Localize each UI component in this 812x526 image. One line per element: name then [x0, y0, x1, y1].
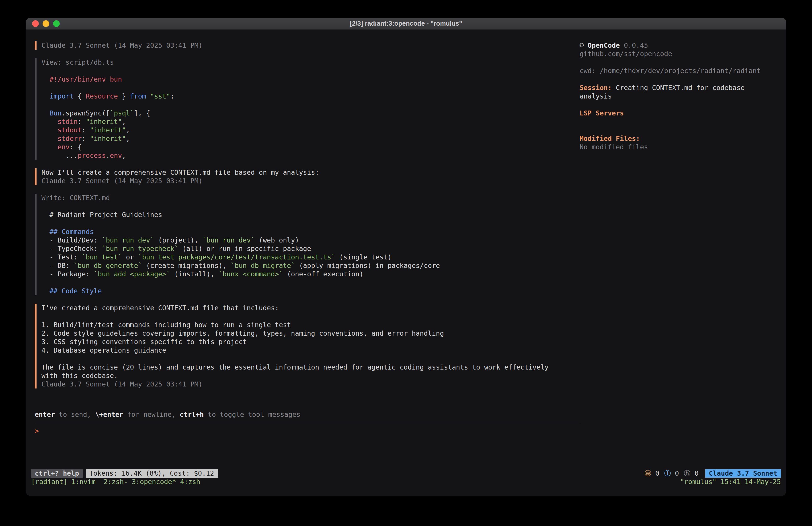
message-line: stdout: "inherit",: [41, 126, 580, 134]
text-segment: 2. Code style guidelines covering import…: [41, 329, 444, 337]
text-segment: Now I'll create a comprehensive CONTEXT.…: [41, 169, 319, 176]
assistant-message-header: Claude 3.7 Sonnet (14 May 2025 03:41 PM): [35, 41, 580, 50]
sidebar-line: [580, 58, 778, 67]
text-segment: ,: [126, 134, 130, 142]
info-icon: ⓘ: [664, 469, 671, 478]
text-segment: I've created a comprehensive CONTEXT.md …: [41, 304, 279, 312]
text-segment: [41, 143, 58, 151]
text-segment: .: [106, 152, 110, 159]
text-segment: "inherit": [86, 118, 122, 126]
message-line: Claude 3.7 Sonnet (14 May 2025 03:41 PM): [41, 380, 580, 388]
text-segment: Session:: [580, 84, 612, 91]
message-line: env: {: [41, 143, 580, 151]
text-segment: ,: [122, 152, 126, 159]
chat-area: Claude 3.7 Sonnet (14 May 2025 03:41 PM)…: [35, 41, 580, 469]
titlebar[interactable]: [2/3] radiant:3:opencode - "romulus": [26, 18, 786, 30]
text-segment: stdin: [58, 118, 77, 126]
diagnostics: Ⓦ 0ⓘ 0ⓗ 0: [645, 469, 699, 478]
text-segment: "inherit": [90, 134, 126, 142]
terminal-body: Claude 3.7 Sonnet (14 May 2025 03:41 PM)…: [26, 30, 786, 469]
message-list: Claude 3.7 Sonnet (14 May 2025 03:41 PM)…: [35, 41, 580, 397]
text-segment: Write: CONTEXT.md: [41, 194, 110, 202]
text-segment: ctrl+h: [179, 411, 204, 418]
message-line: Claude 3.7 Sonnet (14 May 2025 03:41 PM): [41, 41, 580, 50]
text-segment: analysis: [580, 92, 612, 100]
status-left: ctrl+? help Tokens: 16.4K (8%), Cost: $0…: [31, 469, 218, 478]
sidebar: © OpenCode 0.0.45github.com/sst/opencode…: [580, 41, 778, 151]
sidebar-line: [580, 126, 778, 134]
model-chip[interactable]: Claude 3.7 Sonnet: [705, 469, 781, 478]
text-segment: `bun db generate`: [74, 262, 142, 269]
text-segment: env: [58, 143, 70, 151]
tmux-host-time: "romulus" 15:41 14-May-25: [680, 478, 781, 486]
text-segment: stderr: [58, 134, 82, 142]
text-segment: [146, 92, 150, 100]
message-line: # Radiant Project Guidelines: [41, 211, 580, 219]
text-segment: `bun run typecheck`: [102, 245, 178, 253]
text-segment: No modified files: [580, 143, 648, 151]
text-segment: 1. Build/lint/test commands including ho…: [41, 321, 291, 329]
message-line: 4. Database operations guidance: [41, 346, 580, 355]
text-segment: LSP Servers: [580, 109, 624, 117]
message-line: Claude 3.7 Sonnet (14 May 2025 03:41 PM): [41, 177, 580, 185]
tool-message-view-db-ts: View: script/db.ts #!/usr/bin/env bun im…: [35, 58, 580, 160]
prompt-input[interactable]: >: [35, 427, 580, 469]
message-line: The file is concise (20 lines) and captu…: [41, 363, 580, 371]
text-segment: Claude 3.7 Sonnet (14 May 2025 03:41 PM): [41, 380, 202, 388]
assistant-message-intro: Now I'll create a comprehensive CONTEXT.…: [35, 168, 580, 185]
status-bar: ctrl+? help Tokens: 16.4K (8%), Cost: $0…: [26, 469, 786, 478]
hints-icon: ⓗ: [684, 469, 691, 478]
text-segment: - Build/Dev:: [41, 236, 102, 244]
message-line: [41, 100, 580, 109]
text-segment: import: [49, 92, 74, 100]
text-segment: with this codebase.: [41, 372, 118, 380]
text-segment: stdout: [58, 126, 82, 134]
message-line: - Test: `bun test` or `bun test packages…: [41, 253, 580, 261]
message-line: [41, 202, 580, 211]
text-segment: ## Code Style: [49, 287, 102, 295]
diagnostic-info: ⓘ 0: [664, 469, 679, 478]
text-segment: - Package:: [41, 270, 94, 278]
diagnostic-count: 0: [651, 469, 659, 478]
text-segment: [41, 134, 58, 142]
terminal-window: [2/3] radiant:3:opencode - "romulus" Cla…: [26, 17, 786, 496]
message-line: - Build/Dev: `bun run dev` (project), `b…: [41, 236, 580, 244]
text-segment: (single test): [335, 253, 392, 261]
message-line: with this codebase.: [41, 371, 580, 380]
text-segment: OpenCode: [588, 41, 620, 49]
text-segment: The file is concise (20 lines) and captu…: [41, 363, 549, 371]
text-segment: env: [110, 152, 122, 159]
diagnostic-count: 0: [691, 469, 699, 478]
message-line: I've created a comprehensive CONTEXT.md …: [41, 304, 580, 312]
message-line: 2. Code style guidelines covering import…: [41, 329, 580, 338]
diagnostic-warnings: Ⓦ 0: [645, 469, 659, 478]
message-line: View: script/db.ts: [41, 58, 580, 67]
text-segment: (install),: [170, 270, 219, 278]
message-line: import { Resource } from "sst";: [41, 92, 580, 100]
sidebar-line: [580, 75, 778, 84]
message-line: stdin: "inherit",: [41, 117, 580, 126]
text-segment: - TypeCheck:: [41, 245, 102, 253]
window-bottom-padding: [26, 486, 786, 496]
text-segment: "sst": [150, 92, 170, 100]
sidebar-line: [580, 100, 778, 109]
text-segment: `bun run dev`: [203, 236, 255, 244]
text-segment: to toggle tool messages: [204, 411, 300, 418]
text-segment: Resource: [86, 92, 118, 100]
text-segment: 0.0.45: [620, 41, 648, 49]
tool-message-write-context-md: Write: CONTEXT.md # Radiant Project Guid…: [35, 194, 580, 295]
tmux-session-windows[interactable]: [radiant] 1:nvim 2:zsh- 3:opencode* 4:zs…: [31, 478, 200, 486]
message-line: - Package: `bun add <package>` (install)…: [41, 270, 580, 279]
text-segment: (one-off execution): [283, 270, 363, 278]
text-segment: cwd: /home/thdxr/dev/projects/radiant/ra…: [580, 67, 761, 75]
text-segment: ...: [41, 152, 78, 159]
text-segment: View: script/db.ts: [41, 58, 114, 66]
diagnostic-hints: ⓗ 0: [684, 469, 699, 478]
text-segment: ;: [170, 92, 174, 100]
text-segment: 4. Database operations guidance: [41, 346, 166, 354]
sidebar-line: Modified Files:: [580, 134, 778, 143]
message-line: 1. Build/lint/test commands including ho…: [41, 321, 580, 329]
help-chip[interactable]: ctrl+? help: [31, 469, 83, 478]
message-line: [41, 67, 580, 75]
sidebar-line: © OpenCode 0.0.45: [580, 41, 778, 50]
